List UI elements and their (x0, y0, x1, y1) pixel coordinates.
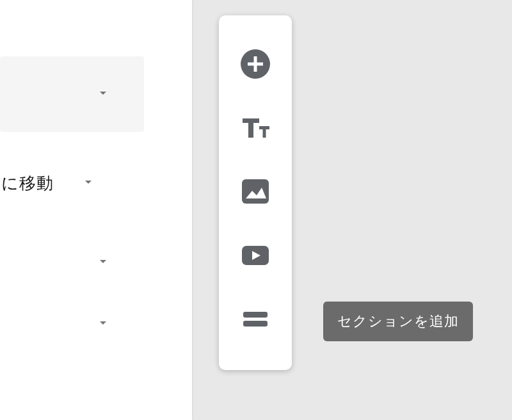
plus-circle-icon (241, 49, 270, 81)
text-icon (240, 112, 271, 145)
add-title-button[interactable] (237, 111, 273, 147)
image-icon (241, 177, 270, 209)
tooltip: セクションを追加 (323, 302, 473, 341)
chevron-down-icon (81, 174, 96, 192)
move-to-label: に移動 (1, 172, 54, 195)
form-panel: に移動 (0, 0, 192, 420)
chevron-down-icon (95, 254, 111, 271)
svg-rect-5 (243, 312, 268, 318)
dropdown-row[interactable] (0, 305, 144, 337)
svg-rect-2 (248, 62, 263, 65)
add-video-button[interactable] (237, 239, 273, 275)
video-icon (241, 241, 270, 273)
svg-rect-6 (243, 321, 268, 327)
section-icon (241, 304, 270, 336)
tooltip-text: セクションを追加 (337, 313, 459, 329)
add-question-button[interactable] (237, 47, 273, 83)
form-toolbar (219, 15, 292, 370)
chevron-down-icon (95, 85, 111, 103)
svg-rect-3 (242, 179, 269, 204)
chevron-down-icon (95, 315, 111, 333)
dropdown-row[interactable] (0, 243, 144, 275)
dropdown-select[interactable] (0, 56, 144, 132)
move-to-row[interactable]: に移動 (0, 165, 144, 201)
add-image-button[interactable] (237, 175, 273, 211)
add-section-button[interactable] (237, 302, 273, 338)
